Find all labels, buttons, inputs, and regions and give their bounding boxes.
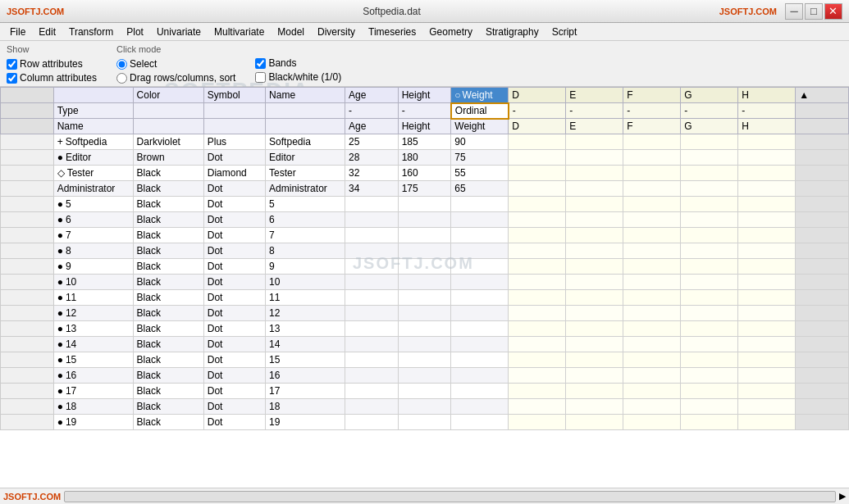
row-name-cell[interactable]: 10 (266, 275, 345, 290)
row-age-cell[interactable] (345, 321, 399, 337)
col-h-f[interactable]: F (623, 88, 681, 103)
row-name-cell[interactable]: 19 (266, 415, 345, 430)
row-name-cell[interactable]: 14 (266, 337, 345, 352)
row-age-cell[interactable] (345, 306, 399, 321)
row-sym-cell[interactable]: Dot (203, 352, 265, 368)
table-row[interactable]: ●17 Black Dot 17 (1, 384, 849, 399)
row-g-cell[interactable] (681, 384, 738, 399)
row-f-cell[interactable] (623, 306, 681, 321)
row-name-cell[interactable]: 7 (266, 228, 345, 243)
table-row[interactable]: +Softpedia Darkviolet Plus Softpedia 25 … (1, 134, 849, 150)
row-height-cell[interactable] (398, 368, 451, 384)
row-sym-cell[interactable]: Dot (203, 212, 265, 228)
row-f-cell[interactable] (623, 150, 681, 166)
row-h-cell[interactable] (738, 290, 796, 306)
row-g-cell[interactable] (681, 415, 738, 430)
row-color-cell[interactable]: Black (133, 399, 203, 415)
row-age-cell[interactable]: 34 (345, 181, 399, 197)
row-f-cell[interactable] (623, 321, 681, 337)
menu-item-diversity[interactable]: Diversity (311, 25, 362, 39)
row-sym-cell[interactable]: Dot (203, 275, 265, 290)
row-h-cell[interactable] (738, 181, 796, 197)
row-weight-cell[interactable] (451, 368, 509, 384)
row-h-cell[interactable] (738, 134, 796, 150)
row-weight-cell[interactable]: 65 (451, 181, 509, 197)
table-row[interactable]: ●8 Black Dot 8 (1, 243, 849, 259)
column-attributes-checkbox[interactable]: Column attributes (7, 72, 97, 84)
row-color-cell[interactable]: Black (133, 197, 203, 212)
table-row[interactable]: ●13 Black Dot 13 (1, 321, 849, 337)
table-row[interactable]: ●10 Black Dot 10 (1, 275, 849, 290)
row-d-cell[interactable] (509, 228, 566, 243)
row-d-cell[interactable] (509, 134, 566, 150)
row-d-cell[interactable] (509, 243, 566, 259)
menu-item-transform[interactable]: Transform (62, 25, 120, 39)
row-e-cell[interactable] (566, 150, 623, 166)
row-d-cell[interactable] (509, 415, 566, 430)
menu-item-stratigraphy[interactable]: Stratigraphy (479, 25, 545, 39)
col-h-e[interactable]: E (566, 88, 623, 103)
row-f-cell[interactable] (623, 352, 681, 368)
row-age-cell[interactable] (345, 352, 399, 368)
table-row[interactable]: ●Editor Brown Dot Editor 28 180 75 (1, 150, 849, 166)
row-e-cell[interactable] (566, 166, 623, 181)
row-h-cell[interactable] (738, 337, 796, 352)
row-weight-cell[interactable] (451, 243, 509, 259)
row-weight-cell[interactable] (451, 212, 509, 228)
col-h-height[interactable]: Height (398, 88, 451, 103)
row-h-cell[interactable] (738, 243, 796, 259)
row-height-cell[interactable] (398, 399, 451, 415)
row-h-cell[interactable] (738, 368, 796, 384)
row-h-cell[interactable] (738, 321, 796, 337)
row-weight-cell[interactable] (451, 337, 509, 352)
row-f-cell[interactable] (623, 212, 681, 228)
row-f-cell[interactable] (623, 275, 681, 290)
row-name-cell[interactable]: 13 (266, 321, 345, 337)
drag-radio-input[interactable] (116, 73, 127, 84)
row-e-cell[interactable] (566, 399, 623, 415)
row-d-cell[interactable] (509, 399, 566, 415)
row-sym-cell[interactable]: Dot (203, 384, 265, 399)
row-f-cell[interactable] (623, 197, 681, 212)
horizontal-scrollbar[interactable] (64, 491, 836, 502)
row-height-cell[interactable]: 180 (398, 150, 451, 166)
drag-radio[interactable]: Drag rows/columns, sort (116, 72, 235, 84)
row-f-cell[interactable] (623, 259, 681, 275)
table-row[interactable]: ●11 Black Dot 11 (1, 290, 849, 306)
row-e-cell[interactable] (566, 352, 623, 368)
row-f-cell[interactable] (623, 415, 681, 430)
row-d-cell[interactable] (509, 150, 566, 166)
row-h-cell[interactable] (738, 415, 796, 430)
row-h-cell[interactable] (738, 384, 796, 399)
col-h-g[interactable]: G (681, 88, 738, 103)
row-h-cell[interactable] (738, 275, 796, 290)
row-color-cell[interactable]: Black (133, 415, 203, 430)
row-g-cell[interactable] (681, 275, 738, 290)
row-d-cell[interactable] (509, 337, 566, 352)
row-e-cell[interactable] (566, 243, 623, 259)
minimize-button[interactable]: ─ (785, 3, 803, 20)
menu-item-timeseries[interactable]: Timeseries (362, 25, 422, 39)
row-g-cell[interactable] (681, 166, 738, 181)
row-g-cell[interactable] (681, 321, 738, 337)
row-color-cell[interactable]: Black (133, 166, 203, 181)
row-name-cell[interactable]: 17 (266, 384, 345, 399)
row-g-cell[interactable] (681, 197, 738, 212)
col-h-color[interactable]: Color (133, 88, 203, 103)
row-weight-cell[interactable] (451, 290, 509, 306)
table-row[interactable]: ●6 Black Dot 6 (1, 212, 849, 228)
row-g-cell[interactable] (681, 243, 738, 259)
row-f-cell[interactable] (623, 228, 681, 243)
col-h-weight[interactable]: ○Weight (451, 88, 509, 103)
row-weight-cell[interactable] (451, 321, 509, 337)
row-h-cell[interactable] (738, 352, 796, 368)
row-f-cell[interactable] (623, 384, 681, 399)
row-weight-cell[interactable] (451, 352, 509, 368)
row-e-cell[interactable] (566, 212, 623, 228)
row-age-cell[interactable]: 28 (345, 150, 399, 166)
row-g-cell[interactable] (681, 306, 738, 321)
row-weight-cell[interactable] (451, 197, 509, 212)
row-height-cell[interactable]: 185 (398, 134, 451, 150)
close-button[interactable]: ✕ (824, 3, 842, 20)
row-f-cell[interactable] (623, 399, 681, 415)
